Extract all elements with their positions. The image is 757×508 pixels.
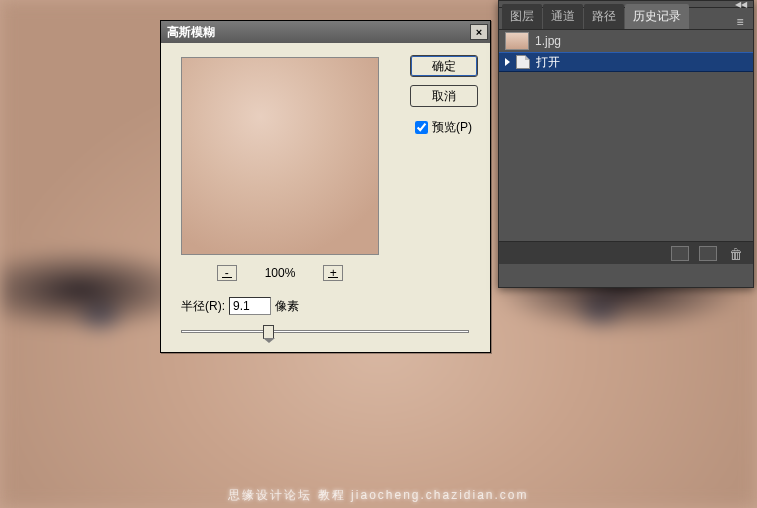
filter-preview[interactable]: [181, 57, 379, 255]
history-item-open[interactable]: 打开: [499, 52, 753, 72]
tab-paths[interactable]: 路径: [584, 4, 624, 29]
gaussian-blur-dialog: 高斯模糊 × 确定 取消 预览(P) - 100% + 半径(R): 像素: [160, 20, 491, 353]
trash-icon[interactable]: 🗑: [727, 246, 745, 261]
panel-tabs: 图层 通道 路径 历史记录 ≡: [499, 8, 753, 30]
history-marker-icon: [505, 58, 510, 66]
cancel-button[interactable]: 取消: [410, 85, 478, 107]
new-snapshot-icon[interactable]: [699, 246, 717, 261]
panel-menu-icon[interactable]: ≡: [733, 15, 747, 29]
close-icon[interactable]: ×: [470, 24, 488, 40]
zoom-level: 100%: [265, 266, 296, 280]
watermark-text: 思缘设计论坛 教程 jiaocheng.chazidian.com: [0, 487, 757, 504]
new-document-from-state-icon[interactable]: [671, 246, 689, 261]
zoom-out-button[interactable]: -: [217, 265, 237, 281]
radius-slider[interactable]: [181, 323, 469, 339]
panel-footer: 🗑: [499, 241, 753, 264]
collapse-arrows-icon[interactable]: ◀◀: [735, 0, 747, 9]
slider-thumb[interactable]: [263, 325, 274, 339]
history-item-label: 打开: [536, 54, 560, 71]
tab-channels[interactable]: 通道: [543, 4, 583, 29]
radius-label: 半径(R):: [181, 298, 225, 315]
open-state-icon: [516, 55, 530, 69]
dialog-title: 高斯模糊: [167, 24, 215, 41]
preview-label: 预览(P): [432, 119, 472, 136]
preview-checkbox[interactable]: [415, 121, 428, 134]
snapshot-filename: 1.jpg: [535, 34, 561, 48]
radius-unit: 像素: [275, 298, 299, 315]
tab-layers[interactable]: 图层: [502, 4, 542, 29]
snapshot-thumbnail: [505, 32, 529, 50]
ok-button[interactable]: 确定: [410, 55, 478, 77]
tab-history[interactable]: 历史记录: [625, 4, 689, 29]
slider-track: [181, 330, 469, 333]
radius-input[interactable]: [229, 297, 271, 315]
history-panel: ◀◀ 图层 通道 路径 历史记录 ≡ 1.jpg 打开 🗑: [498, 0, 754, 288]
dialog-titlebar[interactable]: 高斯模糊 ×: [161, 21, 490, 43]
preview-checkbox-row: 预览(P): [415, 119, 472, 136]
zoom-in-button[interactable]: +: [323, 265, 343, 281]
history-snapshot-row[interactable]: 1.jpg: [499, 30, 753, 52]
